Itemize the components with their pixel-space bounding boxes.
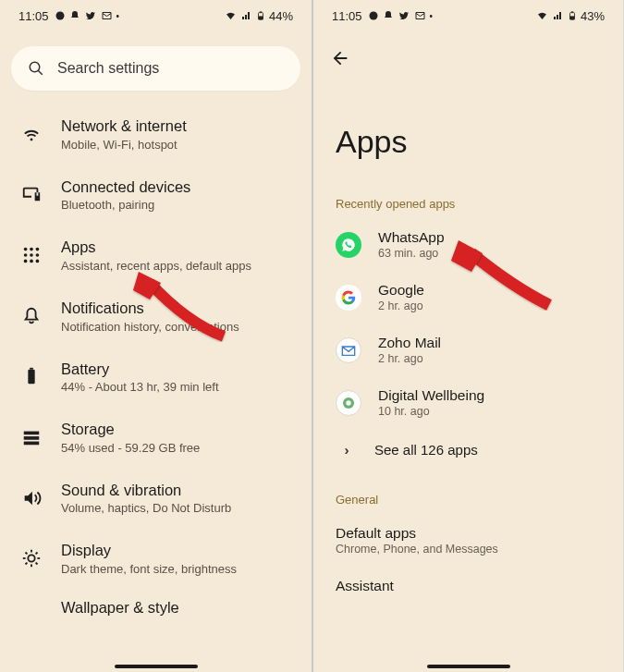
bell-icon [69, 10, 80, 21]
search-settings[interactable]: Search settings [11, 46, 300, 91]
storage-icon [20, 426, 43, 448]
svg-point-30 [369, 12, 377, 20]
back-arrow-icon [330, 48, 350, 68]
status-time: 11:05 [332, 9, 362, 23]
item-title: Notifications [61, 299, 293, 318]
app-row-zoho[interactable]: Zoho Mail 2 hr. ago [313, 324, 623, 376]
app-row-digital-wellbeing[interactable]: Digital Wellbeing 10 hr. ago [313, 376, 623, 429]
mail-icon [414, 10, 426, 21]
item-sub: 54% used - 59.29 GB free [61, 441, 293, 455]
svg-point-0 [55, 12, 64, 20]
settings-item-connected[interactable]: Connected devices Bluetooth, pairing [0, 165, 312, 226]
see-all-label: See all 126 apps [374, 442, 478, 458]
item-title: Apps [61, 238, 293, 257]
svg-point-13 [30, 260, 33, 263]
nav-handle[interactable] [427, 665, 510, 668]
item-sub: Mobile, Wi-Fi, hotspot [61, 138, 293, 152]
svg-point-10 [30, 253, 33, 257]
settings-item-battery[interactable]: Battery 44% - About 13 hr, 39 min left [0, 347, 312, 408]
battery-percent: 44% [269, 9, 293, 23]
status-time: 11:05 [18, 9, 49, 23]
app-sub: 2 hr. ago [378, 299, 601, 312]
svg-rect-2 [258, 16, 263, 19]
svg-line-25 [25, 553, 27, 555]
item-title: Sound & vibration [61, 481, 293, 500]
svg-point-35 [346, 400, 350, 405]
item-sub: Assistant, recent apps, default apps [61, 259, 293, 273]
zoho-mail-icon [336, 337, 361, 363]
bell-icon [383, 10, 394, 21]
status-bar: 11:05 • 43% [313, 0, 623, 31]
app-name: WhatsApp [378, 229, 601, 246]
item-sub: Dark theme, font size, brightness [61, 562, 293, 576]
svg-rect-19 [24, 442, 40, 446]
item-sub: Volume, haptics, Do Not Disturb [61, 501, 293, 515]
app-name: Google [378, 282, 601, 299]
settings-item-wallpaper[interactable]: Wallpaper & style [0, 589, 312, 618]
item-title: Network & internet [61, 116, 293, 136]
app-name: Zoho Mail [378, 335, 601, 351]
svg-rect-18 [24, 436, 40, 440]
battery-icon [568, 9, 577, 22]
wifi-icon [20, 123, 43, 145]
more-icon: • [430, 11, 434, 21]
status-bar: 11:05 • 44% [0, 0, 312, 31]
search-icon [28, 60, 44, 77]
item-title: Wallpaper & style [61, 598, 293, 617]
svg-point-9 [24, 253, 28, 257]
app-row-whatsapp[interactable]: WhatsApp 63 min. ago [313, 218, 623, 271]
app-notif-icon [368, 10, 379, 21]
svg-point-8 [36, 248, 40, 251]
svg-line-28 [36, 553, 38, 555]
svg-point-14 [36, 260, 40, 263]
sound-icon [20, 487, 43, 509]
svg-point-11 [36, 253, 40, 257]
app-row-google[interactable]: Google 2 hr. ago [313, 271, 623, 324]
page-title: Apps [313, 72, 623, 188]
settings-list: Network & internet Mobile, Wi-Fi, hotspo… [0, 100, 312, 622]
brightness-icon [20, 547, 43, 569]
status-notification-icons: • [368, 10, 434, 21]
back-button[interactable] [313, 31, 623, 72]
twitter-icon [84, 10, 97, 21]
settings-item-notifications[interactable]: Notifications Notification history, conv… [0, 286, 312, 347]
apps-screen: 11:05 • 43% Apps Recently opened apps Wh… [312, 0, 623, 672]
settings-item-display[interactable]: Display Dark theme, font size, brightnes… [0, 528, 312, 589]
settings-item-storage[interactable]: Storage 54% used - 59.29 GB free [0, 407, 312, 468]
general-default-apps[interactable]: Default apps Chrome, Phone, and Messages [313, 514, 623, 567]
svg-point-12 [24, 260, 28, 263]
apps-grid-icon [20, 244, 43, 266]
app-sub: 2 hr. ago [378, 352, 601, 365]
svg-point-7 [30, 248, 33, 251]
app-sub: 63 min. ago [378, 247, 601, 260]
section-general-label: General [313, 483, 623, 514]
item-sub: Chrome, Phone, and Messages [336, 543, 601, 556]
wifi-icon [535, 10, 549, 21]
item-sub: 44% - About 13 hr, 39 min left [61, 380, 293, 394]
item-title: Storage [61, 420, 293, 439]
search-placeholder: Search settings [57, 60, 159, 77]
whatsapp-icon [336, 232, 361, 258]
settings-screen: 11:05 • 44% Search settings Network & in… [0, 0, 312, 672]
svg-rect-16 [30, 368, 33, 370]
general-assistant[interactable]: Assistant [313, 567, 623, 594]
svg-point-20 [28, 556, 34, 562]
mail-icon [101, 10, 113, 21]
settings-item-apps[interactable]: Apps Assistant, recent apps, default app… [0, 225, 312, 286]
svg-line-26 [36, 563, 38, 565]
battery-icon [20, 365, 43, 387]
item-sub: Notification history, conversations [61, 320, 293, 334]
settings-item-network[interactable]: Network & internet Mobile, Wi-Fi, hotspo… [0, 104, 312, 165]
devices-icon [20, 183, 43, 205]
svg-rect-15 [28, 370, 34, 385]
svg-rect-17 [24, 432, 40, 435]
digital-wellbeing-icon [336, 390, 361, 416]
nav-handle[interactable] [115, 665, 198, 668]
twitter-icon [398, 10, 410, 21]
see-all-apps[interactable]: › See all 126 apps [313, 429, 623, 470]
svg-rect-33 [571, 11, 574, 12]
item-title: Default apps [336, 525, 601, 542]
settings-item-sound[interactable]: Sound & vibration Volume, haptics, Do No… [0, 468, 312, 529]
signal-icon [241, 10, 252, 21]
item-title: Assistant [336, 578, 601, 594]
